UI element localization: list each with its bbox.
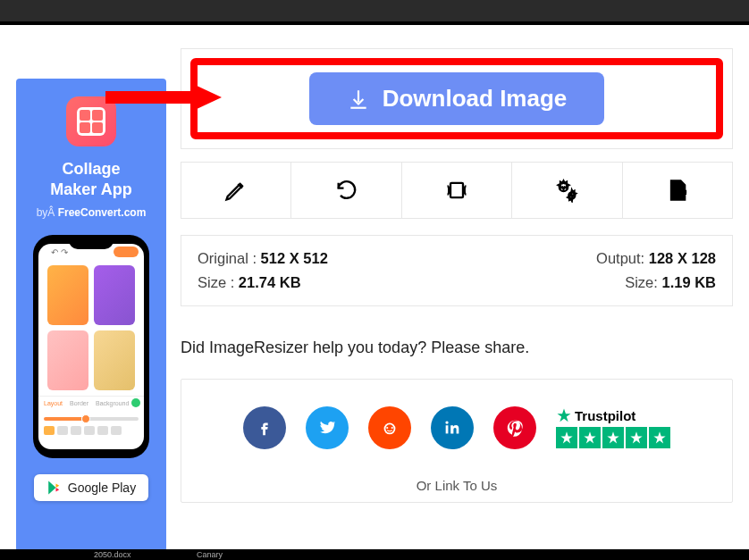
linkedin-icon (442, 418, 462, 438)
undo-tool[interactable] (291, 162, 401, 219)
twitter-icon (317, 418, 337, 438)
output-dims: Output: 128 X 128 (596, 250, 716, 267)
tool-toolbar: PDF (181, 162, 733, 219)
info-card: Original : 512 X 512 Size : 21.74 KB Out… (181, 235, 733, 306)
download-button[interactable]: Download Image (309, 72, 605, 125)
facebook-share[interactable] (243, 406, 286, 449)
svg-rect-10 (446, 425, 449, 433)
red-arrow-annotation (105, 81, 222, 121)
link-to-us-label: Or Link To Us (198, 478, 716, 493)
trustpilot-widget[interactable]: Trustpilot (556, 407, 670, 448)
pdf-icon: PDF (665, 178, 690, 203)
collage-byline: byÂ FreeConvert.com (37, 206, 147, 219)
svg-rect-2 (450, 183, 463, 197)
red-highlight-box: Download Image (190, 58, 723, 139)
taskbar-item-docx[interactable]: 2050.docx (94, 550, 131, 559)
pdf-tool[interactable]: PDF (623, 162, 733, 219)
settings-icon (554, 178, 579, 203)
facebook-icon (255, 418, 274, 438)
edit-tool[interactable] (181, 162, 291, 219)
original-size: Size : 21.74 KB (198, 274, 328, 291)
google-play-button[interactable]: Google Play (34, 474, 148, 501)
svg-marker-1 (195, 85, 222, 110)
sidebar-ad[interactable]: CollageMaker App byÂ FreeConvert.com ↶ ↷… (16, 79, 166, 552)
compress-tool[interactable] (402, 162, 512, 219)
reddit-icon (380, 418, 400, 438)
undo-icon (334, 178, 359, 203)
phone-mockup: ↶ ↷ LayoutBorderBackground (33, 235, 149, 458)
edit-icon (223, 178, 248, 203)
pinterest-share[interactable] (493, 406, 536, 449)
trustpilot-star-icon (556, 407, 572, 423)
svg-text:PDF: PDF (673, 190, 686, 196)
svg-point-8 (386, 427, 388, 429)
taskbar-item-canary[interactable]: Canary (197, 550, 223, 559)
reddit-share[interactable] (368, 406, 411, 449)
share-question: Did ImageResizer help you today? Please … (181, 339, 733, 357)
download-icon (347, 88, 370, 111)
pinterest-icon (505, 418, 525, 438)
linkedin-share[interactable] (431, 406, 474, 449)
svg-point-11 (445, 421, 448, 423)
download-card: Download Image (181, 48, 733, 149)
output-size: Size: 1.19 KB (596, 274, 716, 291)
collage-app-title: CollageMaker App (50, 159, 131, 199)
trustpilot-stars (556, 427, 670, 448)
compress-icon (444, 178, 469, 203)
share-card: Trustpilot Or Link To Us (181, 379, 733, 503)
original-dims: Original : 512 X 512 (198, 250, 328, 267)
twitter-share[interactable] (306, 406, 349, 449)
settings-tool[interactable] (512, 162, 622, 219)
browser-topbar (0, 0, 749, 25)
svg-point-9 (391, 427, 393, 429)
